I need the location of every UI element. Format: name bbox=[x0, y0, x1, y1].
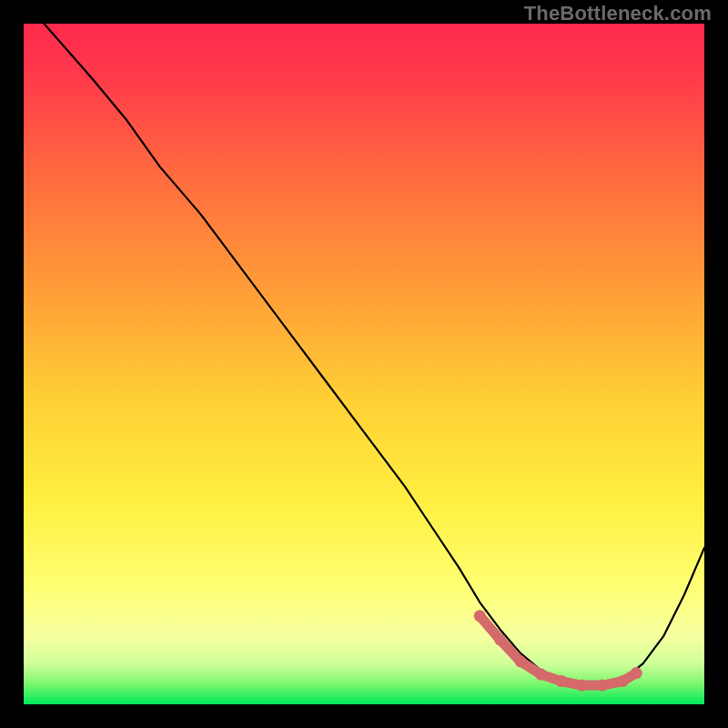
marker-dot bbox=[617, 675, 629, 687]
gradient-background bbox=[24, 24, 704, 704]
marker-dot bbox=[596, 680, 608, 692]
marker-dot bbox=[555, 675, 567, 687]
marker-dot bbox=[515, 655, 527, 667]
marker-dot bbox=[576, 680, 588, 692]
marker-dot bbox=[631, 667, 642, 679]
watermark-text: TheBottleneck.com bbox=[524, 2, 712, 25]
chart-frame: TheBottleneck.com bbox=[0, 0, 728, 728]
plot-svg bbox=[24, 24, 704, 704]
plot-area bbox=[24, 24, 704, 704]
marker-dot bbox=[494, 633, 506, 645]
marker-dot bbox=[474, 610, 486, 622]
marker-dot bbox=[535, 669, 547, 681]
